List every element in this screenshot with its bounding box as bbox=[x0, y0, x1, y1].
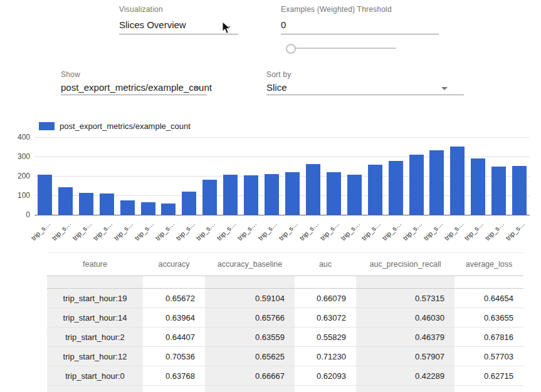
column-header-accuracy[interactable]: accuracy bbox=[143, 253, 205, 276]
bar[interactable] bbox=[409, 155, 424, 215]
table-cell: 0.66667 bbox=[205, 366, 295, 386]
table-cell: 0.63072 bbox=[295, 308, 356, 328]
bar-slot bbox=[138, 202, 159, 215]
table-cell: trip_start_hour:19 bbox=[47, 289, 143, 308]
x-slot: trip_s… bbox=[261, 218, 282, 245]
threshold-label: Examples (Weighted) Threshold bbox=[281, 5, 439, 14]
bar[interactable] bbox=[512, 166, 527, 215]
x-axis: trip_s…trip_s…trip_s…trip_s…trip_s…trip_… bbox=[34, 218, 530, 245]
x-slot: trip_s… bbox=[159, 218, 179, 245]
table-cell: 0.66016 bbox=[143, 386, 205, 392]
column-header-accuracy_baseline[interactable]: accuracy_baseline bbox=[205, 253, 295, 276]
bar-slot bbox=[509, 166, 530, 215]
x-tick-label: trip_s… bbox=[29, 220, 51, 242]
bar[interactable] bbox=[202, 180, 217, 215]
bar-slot bbox=[117, 200, 138, 215]
table-cell: 0.63559 bbox=[205, 328, 295, 347]
bar-slot bbox=[488, 167, 509, 215]
bar[interactable] bbox=[285, 172, 300, 215]
bar[interactable] bbox=[141, 202, 155, 215]
bar[interactable] bbox=[100, 193, 114, 215]
bar[interactable] bbox=[79, 193, 93, 215]
visualization-value: Slices Overview bbox=[119, 19, 238, 30]
table-cell: 0.55829 bbox=[295, 328, 356, 347]
plot-area bbox=[34, 137, 530, 215]
bar[interactable] bbox=[450, 147, 465, 215]
visualization-dropdown[interactable]: Visualization Slices Overview bbox=[119, 5, 238, 34]
sort-by-dropdown[interactable]: Sort by Slice bbox=[266, 70, 464, 95]
table-cell: trip_start_hour:14 bbox=[47, 308, 143, 328]
threshold-slider-handle[interactable] bbox=[286, 44, 296, 54]
bar[interactable] bbox=[182, 192, 196, 215]
bar-slot bbox=[199, 180, 220, 215]
bar[interactable] bbox=[223, 175, 238, 215]
x-slot: trip_s… bbox=[199, 218, 220, 245]
chevron-down-icon[interactable] bbox=[194, 87, 201, 90]
show-dropdown[interactable]: Show post_export_metrics/example_count bbox=[61, 70, 207, 95]
column-header-auc_precision_recall[interactable]: auc_precision_recall bbox=[356, 253, 454, 276]
y-tick-label: 200 bbox=[18, 172, 30, 180]
table-cell: trip_start_hour:23 bbox=[47, 386, 143, 392]
bar-slot bbox=[344, 175, 365, 215]
table-row[interactable]: trip_start_hour:230.660160.648440.583370… bbox=[47, 386, 523, 392]
bar[interactable] bbox=[471, 158, 485, 215]
sort-by-label: Sort by bbox=[266, 70, 464, 79]
legend-label: post_export_metrics/example_count bbox=[60, 121, 191, 131]
table-cell: trip_start_hour:0 bbox=[47, 366, 143, 386]
bar[interactable] bbox=[347, 175, 362, 215]
threshold-slider-track[interactable] bbox=[291, 48, 396, 49]
x-slot: trip_s… bbox=[386, 218, 406, 245]
table-cell: 0.65142 bbox=[454, 386, 523, 392]
threshold-input[interactable]: Examples (Weighted) Threshold 0 bbox=[281, 5, 439, 34]
table-cell: 0.64844 bbox=[205, 386, 295, 392]
y-axis: 0100200300400 bbox=[6, 137, 30, 215]
bar[interactable] bbox=[244, 175, 258, 215]
bar[interactable] bbox=[58, 187, 73, 215]
chevron-down-icon[interactable] bbox=[441, 87, 448, 90]
field-underline bbox=[61, 95, 207, 95]
bar[interactable] bbox=[120, 200, 135, 215]
bar[interactable] bbox=[265, 174, 279, 215]
table-cell: 0.64654 bbox=[454, 289, 523, 308]
bar[interactable] bbox=[327, 172, 341, 215]
table-cell: 0.57703 bbox=[454, 347, 523, 366]
x-slot: trip_s… bbox=[138, 218, 159, 245]
bar[interactable] bbox=[429, 150, 444, 215]
bar[interactable] bbox=[306, 164, 320, 215]
x-slot: trip_s… bbox=[365, 218, 386, 245]
y-tick-label: 400 bbox=[18, 133, 30, 141]
column-header-average_loss[interactable]: average_loss bbox=[454, 253, 523, 276]
bar-slot bbox=[282, 172, 303, 215]
x-slot: trip_s… bbox=[427, 218, 448, 245]
bar-slot bbox=[468, 158, 488, 215]
table-row[interactable]: trip_start_hour:00.637680.666670.620930.… bbox=[47, 366, 523, 386]
column-header-feature[interactable]: feature bbox=[47, 253, 143, 276]
table-row[interactable]: trip_start_hour:20.644070.635590.558290.… bbox=[47, 328, 523, 347]
filter-cell bbox=[47, 276, 143, 289]
y-tick-label: 0 bbox=[26, 211, 30, 219]
table-cell: 0.63655 bbox=[454, 308, 523, 328]
table-header-row: featureaccuracyaccuracy_baselineaucauc_p… bbox=[47, 253, 523, 276]
legend-color-swatch bbox=[39, 122, 55, 130]
show-value: post_export_metrics/example_count bbox=[61, 82, 207, 93]
bar[interactable] bbox=[368, 165, 382, 215]
filter-cell bbox=[143, 276, 205, 289]
table-cell: 0.57315 bbox=[356, 289, 454, 308]
x-slot: trip_s… bbox=[55, 218, 76, 245]
bar[interactable] bbox=[38, 175, 52, 215]
table-row[interactable]: trip_start_hour:190.656720.591040.660790… bbox=[47, 289, 523, 308]
table-row[interactable]: trip_start_hour:140.639640.657660.630720… bbox=[47, 308, 523, 328]
bar[interactable] bbox=[389, 161, 403, 215]
table-cell: 0.64407 bbox=[143, 328, 205, 347]
x-slot: trip_s… bbox=[303, 218, 323, 245]
x-axis-line bbox=[34, 215, 530, 215]
bar[interactable] bbox=[491, 167, 506, 215]
table-row[interactable]: trip_start_hour:120.705360.656250.712300… bbox=[47, 347, 523, 366]
bar-slot bbox=[220, 175, 241, 215]
column-header-auc[interactable]: auc bbox=[295, 253, 356, 276]
filter-cell bbox=[295, 276, 356, 289]
bar-slot bbox=[261, 174, 282, 215]
bar-slot bbox=[447, 147, 468, 215]
x-slot: trip_s… bbox=[488, 218, 509, 245]
bar[interactable] bbox=[161, 204, 176, 215]
